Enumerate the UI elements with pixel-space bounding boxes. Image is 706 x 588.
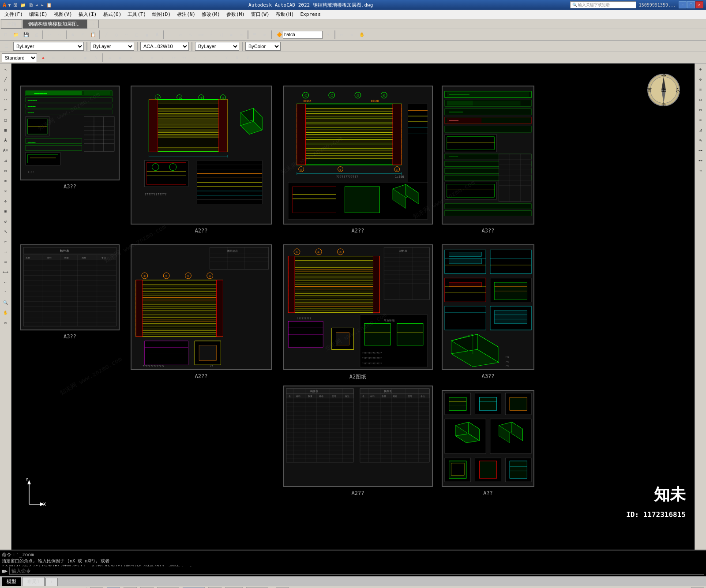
new-btn[interactable]: 🗋	[1, 30, 11, 40]
erase-tool[interactable]: ✕	[1, 186, 11, 196]
polyline-tool[interactable]: ⌐	[1, 105, 11, 115]
right-btn6[interactable]: ≈	[696, 115, 706, 125]
zoom-tool[interactable]: 🔍	[1, 298, 11, 307]
param-icon13[interactable]: ⊶	[169, 53, 178, 63]
param-icon15[interactable]: ⊸	[190, 53, 199, 63]
match-btn[interactable]: ≋	[68, 30, 78, 40]
maximize-button[interactable]: □	[687, 1, 695, 8]
menu-edit[interactable]: 编辑(E)	[26, 10, 50, 19]
right-btn5[interactable]: ⊠	[696, 105, 706, 115]
layer-select[interactable]: ByLayer	[13, 42, 84, 51]
minimize-button[interactable]: −	[679, 1, 687, 8]
rotate2-tool[interactable]: ↺	[1, 217, 11, 226]
param-icon1[interactable]: 🔺	[38, 53, 48, 63]
zoom-out-status[interactable]: −	[678, 586, 687, 588]
offset-btn[interactable]: ⇉	[226, 30, 236, 40]
menu-insert[interactable]: 插入(I)	[76, 10, 100, 19]
line-tool[interactable]: ╱	[1, 75, 11, 84]
layout1-tab[interactable]: 布局1	[22, 577, 45, 586]
text-tool[interactable]: A	[1, 135, 11, 145]
line-btn[interactable]: ╱	[101, 30, 111, 40]
param-icon11[interactable]: ⊛	[147, 53, 157, 63]
arc-tool[interactable]: ⌒	[1, 95, 11, 105]
paste-btn[interactable]: 📋	[88, 30, 98, 40]
param-icon2[interactable]: ⊞	[49, 53, 58, 63]
param-icon10[interactable]: ⊙	[137, 53, 146, 63]
menu-express[interactable]: Express	[298, 11, 323, 18]
menu-tools[interactable]: 工具(T)	[125, 10, 149, 19]
right-btn9[interactable]: ⊶	[696, 146, 706, 155]
mirror-btn[interactable]: ⟺	[196, 30, 206, 40]
menu-help[interactable]: 帮助(H)	[273, 10, 297, 19]
extend-btn[interactable]: →|	[216, 30, 226, 40]
zoom-in-status[interactable]: +	[665, 586, 674, 588]
mirror2-tool[interactable]: ⟺	[1, 267, 11, 277]
color2-select[interactable]: ByColor	[245, 42, 281, 51]
rect-tool[interactable]: □	[1, 115, 11, 125]
param-icon16[interactable]: ⊹	[200, 53, 210, 63]
chamfer-tool[interactable]: ⌝	[1, 288, 11, 297]
scale2-tool[interactable]: ⤡	[1, 227, 11, 236]
copy-btn[interactable]: ⊡	[78, 30, 88, 40]
realtime-tool[interactable]: ⊙	[1, 318, 11, 328]
param-icon6[interactable]: A	[91, 53, 101, 63]
move-btn[interactable]: ✛	[165, 30, 175, 40]
hatch-dropdown[interactable]: ▼	[323, 30, 333, 40]
trim-btn[interactable]: ✂	[206, 30, 216, 40]
scale-btn[interactable]: ⤡	[186, 30, 195, 40]
open-btn[interactable]: 📁	[11, 30, 21, 40]
circle-tool[interactable]: ○	[1, 85, 11, 94]
param-icon18[interactable]: ⊻	[222, 53, 231, 63]
redo-btn[interactable]: ↪	[55, 30, 64, 40]
copy2-tool[interactable]: ⊞	[1, 206, 11, 216]
block-tool[interactable]: ⊡	[1, 166, 11, 176]
add-tab[interactable]: +	[45, 578, 58, 586]
param-icon9[interactable]: ⊕	[126, 53, 136, 63]
offset2-tool[interactable]: ⇉	[1, 257, 11, 267]
rect-btn[interactable]: □	[132, 30, 142, 40]
color-select[interactable]: ByLayer	[90, 42, 134, 51]
plus-tab[interactable]: +	[88, 20, 99, 28]
dim-tool[interactable]: ⊿	[1, 156, 11, 165]
command-input[interactable]	[9, 567, 704, 575]
select-tool[interactable]: ↖	[1, 64, 11, 74]
fillet-tool[interactable]: ⌐	[1, 277, 11, 287]
right-btn2[interactable]: ⊖	[696, 75, 706, 84]
search-box[interactable]: 🔍 输入关键字或短语	[570, 1, 636, 8]
param-icon4[interactable]: ○	[70, 53, 79, 63]
param-icon5[interactable]: ▦	[80, 53, 90, 63]
menu-view[interactable]: 视图(V)	[51, 10, 75, 19]
trim2-tool[interactable]: ✂	[1, 237, 11, 247]
linetype-select[interactable]: ACA...02W10	[140, 42, 189, 51]
active-sheet-tab[interactable]: 钢结构玻璃楼板加层图。	[23, 19, 87, 29]
param-icon19[interactable]: ⊼	[232, 53, 242, 63]
text-btn[interactable]: A	[152, 30, 162, 40]
undo-btn[interactable]: ↩	[45, 30, 54, 40]
menu-dimension[interactable]: 标注(N)	[174, 10, 198, 19]
hatch-btn[interactable]: ▦	[142, 30, 152, 40]
close-button[interactable]: ×	[695, 1, 703, 8]
style-select[interactable]: Standard	[2, 53, 37, 62]
start-tab[interactable]: 开始	[1, 19, 22, 29]
pan2-tool[interactable]: ✋	[1, 308, 11, 318]
hatch-tool[interactable]: ▦	[1, 125, 11, 135]
zoom-window[interactable]: ⊕	[347, 30, 357, 40]
menu-window[interactable]: 窗口(W)	[248, 10, 272, 19]
right-btn10[interactable]: ⊷	[696, 156, 706, 165]
pan-btn[interactable]: ✋	[357, 30, 367, 40]
right-btn1[interactable]: ⊕	[696, 64, 706, 74]
menu-format[interactable]: 格式(O)	[101, 10, 124, 19]
layer-btn[interactable]: ☰	[250, 30, 259, 40]
lineweight-select[interactable]: ByLayer	[195, 42, 239, 51]
right-btn8[interactable]: ∿	[696, 135, 706, 145]
right-btn4[interactable]: ⊟	[696, 95, 706, 105]
arc-btn[interactable]: ⌒	[122, 30, 131, 40]
layer-manager[interactable]: ☰	[2, 41, 11, 51]
rotate-btn[interactable]: ↺	[176, 30, 185, 40]
menu-modify[interactable]: 修改(M)	[199, 10, 223, 19]
save-btn[interactable]: 💾	[21, 30, 31, 40]
right-btn7[interactable]: ⊿	[696, 125, 706, 135]
mtext-tool[interactable]: A≡	[1, 146, 11, 155]
param-icon17[interactable]: ⊺	[211, 53, 221, 63]
print-btn[interactable]: 🖨	[31, 30, 41, 40]
